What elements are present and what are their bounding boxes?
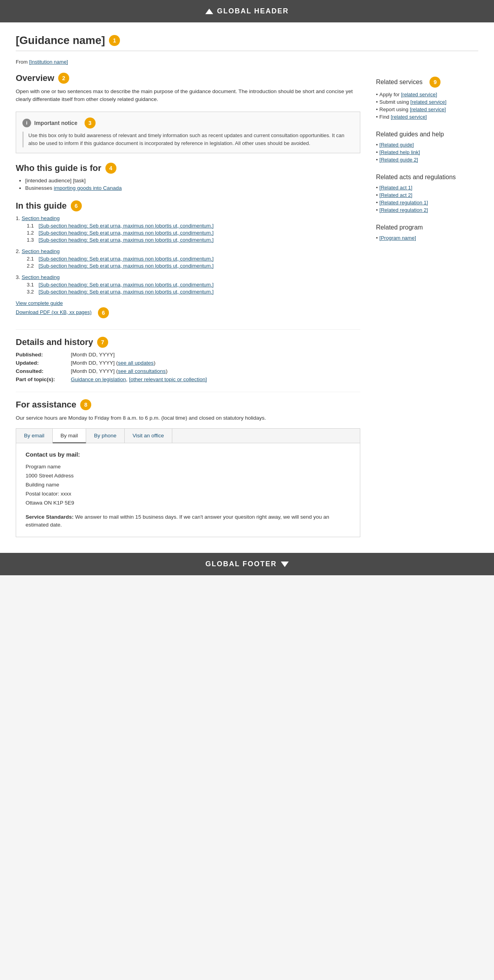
content-layout: Overview 2 Open with one or two sentence… bbox=[16, 73, 478, 537]
toc-main-2: 2. Section heading bbox=[16, 248, 360, 254]
service-standards-bold: Service Standards: bbox=[26, 514, 74, 520]
toc-section-2-link[interactable]: Section heading bbox=[22, 248, 60, 254]
left-column: Overview 2 Open with one or two sentence… bbox=[16, 73, 360, 537]
overview-body: Open with one or two sentences max to de… bbox=[16, 88, 360, 104]
assistance-body: Our service hours are Monday to Friday f… bbox=[16, 414, 360, 422]
toc-sub-list-1: 1.1 [Sub-section heading: Seb erat urna,… bbox=[16, 223, 360, 243]
updated-label: Updated: bbox=[16, 360, 67, 366]
toc-sub-2-2: 2.2 [Sub-section heading: Seb erat urna,… bbox=[27, 263, 360, 269]
toc-links-badge: 6 bbox=[98, 307, 109, 318]
toc-sub-list-2: 2.1 [Sub-section heading: Seb erat urna,… bbox=[16, 256, 360, 269]
related-acts-section: Related acts and regulations [Related ac… bbox=[376, 174, 478, 213]
related-regulation-2: [Related regulation 2] bbox=[376, 207, 478, 213]
download-pdf-link[interactable]: Download PDF (xx KB, xx pages) bbox=[16, 309, 92, 315]
published-value: [Month DD, YYYY] bbox=[71, 352, 360, 358]
related-service-2: Submit using [related service] bbox=[376, 99, 478, 105]
toc-section-1-link[interactable]: Section heading bbox=[22, 215, 60, 221]
updated-value: [Month DD, YYYY] (see all updates) bbox=[71, 360, 360, 366]
toc-sub-1-1: 1.1 [Sub-section heading: Seb erat urna,… bbox=[27, 223, 360, 229]
tabs-container: By email By mail By phone Visit an offic… bbox=[16, 428, 360, 537]
related-services-section: Related services 9 Apply for [related se… bbox=[376, 77, 478, 120]
related-services-heading: Related services 9 bbox=[376, 77, 478, 88]
global-footer-label: GLOBAL FOOTER bbox=[205, 560, 277, 568]
audience-item-2: Businesses importing goods into Canada bbox=[25, 185, 360, 191]
part-link-2[interactable]: [other relevant topic or collection] bbox=[129, 376, 207, 382]
related-guides-heading: Related guides and help bbox=[376, 131, 478, 138]
audience-item-1: [intended audience] [task] bbox=[25, 178, 360, 184]
info-icon: i bbox=[22, 119, 31, 127]
toc-sub-3-2: 3.2 [Sub-section heading: Seb erat urna,… bbox=[27, 289, 360, 295]
tabs-nav: By email By mail By phone Visit an offic… bbox=[16, 429, 360, 443]
divider-2 bbox=[16, 329, 360, 330]
right-column: Related services 9 Apply for [related se… bbox=[376, 73, 478, 537]
main-content: [Guidance name] 1 From [Institution name… bbox=[0, 22, 494, 553]
related-service-3: Report using [related service] bbox=[376, 106, 478, 112]
related-guide-3: [Related guide 2] bbox=[376, 157, 478, 163]
arrow-up-icon bbox=[205, 9, 213, 14]
related-acts-heading: Related acts and regulations bbox=[376, 174, 478, 181]
related-act-2: [Related act 2] bbox=[376, 192, 478, 198]
page-title: [Guidance name] 1 bbox=[16, 34, 120, 47]
global-footer: GLOBAL FOOTER bbox=[0, 553, 494, 575]
part-link-1[interactable]: Guidance on legislation bbox=[71, 376, 126, 382]
in-this-guide-badge: 6 bbox=[71, 200, 82, 211]
assistance-heading: For assistance 8 bbox=[16, 399, 360, 410]
related-program-heading: Related program bbox=[376, 224, 478, 231]
importing-link[interactable]: importing goods into Canada bbox=[54, 185, 122, 191]
overview-heading: Overview 2 bbox=[16, 73, 360, 84]
page-title-row: [Guidance name] 1 bbox=[16, 34, 478, 49]
toc-main-1: 1. Section heading bbox=[16, 215, 360, 221]
consulted-value: [Month DD, YYYY] (see all consultations) bbox=[71, 368, 360, 374]
part-value: Guidance on legislation, [other relevant… bbox=[71, 376, 360, 382]
tab-by-mail[interactable]: By mail bbox=[53, 429, 86, 443]
tab-by-phone[interactable]: By phone bbox=[86, 429, 125, 443]
institution-link[interactable]: [Institution name] bbox=[29, 59, 68, 65]
who-for-badge: 4 bbox=[105, 163, 116, 174]
notice-title: i Important notice 3 bbox=[22, 117, 354, 128]
mail-title: Contact us by mail: bbox=[26, 451, 350, 458]
assistance-badge: 8 bbox=[80, 399, 91, 410]
global-header-label: GLOBAL HEADER bbox=[217, 7, 289, 15]
in-this-guide-heading: In this guide 6 bbox=[16, 200, 360, 211]
toc-main-3: 3. Section heading bbox=[16, 274, 360, 280]
toc-sub-list-3: 3.1 [Sub-section heading: Seb erat urna,… bbox=[16, 282, 360, 295]
consulted-label: Consulted: bbox=[16, 368, 67, 374]
toc-sub-1-3: 1.3 [Sub-section heading: Seb erat urna,… bbox=[27, 237, 360, 243]
toc-sub-2-1: 2.1 [Sub-section heading: Seb erat urna,… bbox=[27, 256, 360, 262]
part-label: Part of topic(s): bbox=[16, 376, 67, 382]
related-service-1: Apply for [related service] bbox=[376, 92, 478, 97]
related-program-1: [Program name] bbox=[376, 235, 478, 241]
related-guides-list: [Related guide] [Related help link] [Rel… bbox=[376, 142, 478, 163]
related-acts-list: [Related act 1] [Related act 2] [Related… bbox=[376, 185, 478, 213]
details-heading: Details and history 7 bbox=[16, 337, 360, 348]
title-badge: 1 bbox=[109, 35, 120, 46]
related-services-badge: 9 bbox=[429, 77, 441, 88]
toc-section-3: 3. Section heading 3.1 [Sub-section head… bbox=[16, 274, 360, 295]
view-complete-link[interactable]: View complete guide bbox=[16, 300, 360, 306]
service-standards: Service Standards: We answer to mail wit… bbox=[26, 513, 350, 529]
tab-by-email[interactable]: By email bbox=[16, 429, 53, 443]
related-guide-1: [Related guide] bbox=[376, 142, 478, 148]
divider-3 bbox=[16, 392, 360, 392]
related-service-4: Find [related service] bbox=[376, 114, 478, 120]
toc-section-2: 2. Section heading 2.1 [Sub-section head… bbox=[16, 248, 360, 269]
details-badge: 7 bbox=[97, 337, 108, 348]
details-grid: Published: [Month DD, YYYY] Updated: [Mo… bbox=[16, 352, 360, 382]
tab-content-mail: Contact us by mail: Program name 1000 St… bbox=[16, 443, 360, 537]
tab-visit-office[interactable]: Visit an office bbox=[125, 429, 172, 443]
toc-sub-3-1: 3.1 [Sub-section heading: Seb erat urna,… bbox=[27, 282, 360, 288]
toc-section-3-link[interactable]: Section heading bbox=[22, 274, 60, 280]
mail-address: Program name 1000 Street Address Buildin… bbox=[26, 462, 350, 529]
toc-section-1: 1. Section heading 1.1 [Sub-section head… bbox=[16, 215, 360, 243]
related-regulation-1: [Related regulation 1] bbox=[376, 200, 478, 206]
who-for-heading: Who this guide is for 4 bbox=[16, 163, 360, 174]
global-header: GLOBAL HEADER bbox=[0, 0, 494, 22]
related-program-section: Related program [Program name] bbox=[376, 224, 478, 241]
see-all-updates-link[interactable]: see all updates bbox=[118, 360, 154, 366]
arrow-down-icon bbox=[281, 562, 289, 567]
related-guides-section: Related guides and help [Related guide] … bbox=[376, 131, 478, 163]
notice-badge: 3 bbox=[85, 117, 96, 128]
related-act-1: [Related act 1] bbox=[376, 185, 478, 191]
notice-box: i Important notice 3 Use this box only t… bbox=[16, 112, 360, 153]
see-all-consultations-link[interactable]: see all consultations bbox=[118, 368, 166, 374]
